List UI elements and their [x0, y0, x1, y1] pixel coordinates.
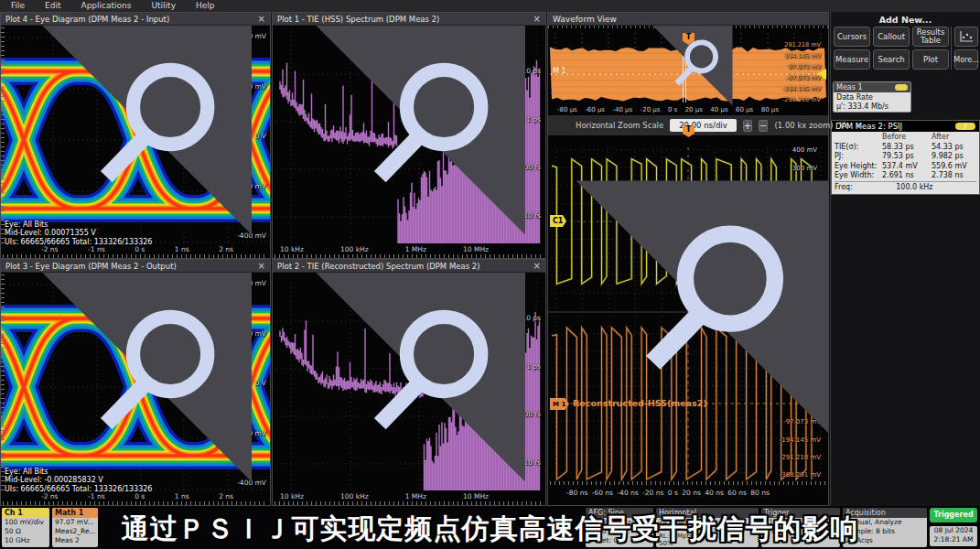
table-row: TIE(σ):58.33 ps54.33 ps — [835, 143, 976, 153]
plot2-header[interactable]: Plot 2 - TIE (Reconstructed) Spectrum (D… — [273, 260, 545, 273]
subtitle-overlay: 通过ＰＳＩＪ可实现定频点仿真高速信号受干扰信号的影响 — [122, 511, 859, 548]
table-row: Eye Height:537.4 mV559.6 mV — [835, 162, 976, 172]
setting-line: Meas2_Re... — [55, 527, 95, 536]
ch1-badge[interactable]: Ch 1 100 mV/div50 Ω10 GHz — [2, 508, 49, 547]
button-divider — [951, 27, 952, 70]
math1-badge[interactable]: Math 1 97.07 mV...Meas2_Re...Meas 2 — [52, 508, 98, 547]
add-new-button[interactable]: Plot — [912, 49, 949, 70]
ch1-settings: 100 mV/div50 Ω10 GHz — [2, 518, 49, 544]
plot4-canvas[interactable]: 400 mV200 mV0 V-200 mV-400 mV -2 ns-1 ns… — [1, 26, 270, 258]
freq-value: 100.0 kHz — [853, 182, 976, 192]
setting-line: 10 GHz — [5, 536, 47, 545]
add-new-button[interactable]: Results Table — [912, 27, 949, 47]
meas1-badge[interactable]: Meas 1 Data Rate µ': 333.4 Mb/s — [833, 81, 911, 113]
waveform-zoom-detail[interactable]: C1 M 1 Reconstructed-HSS(meas2) 400 mV30… — [548, 136, 828, 505]
col-after: After — [932, 133, 978, 143]
close-icon[interactable]: × — [258, 262, 265, 271]
menu-item[interactable]: Edit — [45, 0, 60, 12]
plot3-header[interactable]: Plot 3 - Eye Diagram (DPM Meas 2 - Outpu… — [1, 260, 270, 273]
more-button[interactable]: More... — [954, 49, 978, 70]
table-row: Eye Width:2.691 ns2.738 ns — [835, 171, 976, 181]
waveform-overview[interactable]: T M 1 291.218 mV194.145 mV97.073 mV-97.0… — [548, 26, 828, 114]
close-icon[interactable]: × — [258, 15, 265, 24]
zoom-scale-value[interactable]: 20.00 ns/div — [670, 119, 737, 132]
meas1-active-pill — [895, 84, 908, 91]
zoom-in-button[interactable]: + — [743, 120, 752, 132]
oscilloscope-screen: FileEditApplicationsUtilityHelp Plot 4 -… — [0, 0, 980, 549]
time-label: 2:18:21 AM — [930, 535, 977, 544]
meas1-line2: µ': 333.4 Mb/s — [836, 102, 908, 112]
zoom-corner-icon[interactable] — [548, 136, 828, 505]
plot2-spectrum-panel: Plot 2 - TIE (Reconstructed) Spectrum (D… — [272, 259, 546, 506]
results-sidebar: Add New... CursorsCalloutResults TableMe… — [830, 12, 980, 506]
add-new-button[interactable]: Measure — [834, 49, 870, 70]
zoom-readout: (1.00 kx zoom) — [774, 121, 833, 130]
plot1-spectrum-panel: Plot 1 - TIE (HSS) Spectrum (DPM Meas 2)… — [272, 12, 546, 259]
date-label: 08 Jul 2024 — [930, 526, 977, 535]
plot2-title: Plot 2 - TIE (Reconstructed) Spectrum (D… — [277, 262, 480, 271]
freq-label: Freq: — [835, 182, 853, 192]
plot4-header[interactable]: Plot 4 - Eye Diagram (DPM Meas 2 - Input… — [1, 13, 270, 26]
triggered-indicator[interactable]: Triggered — [930, 508, 977, 522]
plot2-canvas[interactable]: 10 ps1 ps100 fs10 fs 10 kHz100 kHz1 MHz1… — [273, 273, 545, 505]
plot4-eye-diagram-panel: Plot 4 - Eye Diagram (DPM Meas 2 - Input… — [0, 12, 271, 259]
datetime-box: 08 Jul 2024 2:18:21 AM — [930, 526, 977, 546]
zoom-corner-icon[interactable] — [273, 26, 545, 258]
add-new-buttons: CursorsCalloutResults TableMeasureSearch… — [834, 27, 949, 70]
meas1-line1: Data Rate — [836, 93, 908, 102]
dpm-page-pill[interactable]: / — [955, 123, 975, 130]
waveform-view-panel: Waveform View T M 1 291.218 mV194.145 mV… — [547, 12, 829, 506]
menu-item[interactable]: Applications — [81, 0, 132, 12]
menu-bar: FileEditApplicationsUtilityHelp — [0, 0, 980, 12]
math1-name: Math 1 — [52, 508, 98, 518]
add-new-button[interactable]: Search — [873, 49, 910, 70]
scatter-plot-icon — [959, 30, 974, 43]
ch1-name: Ch 1 — [2, 508, 49, 518]
waveform-view-title: Waveform View — [553, 15, 617, 24]
col-before: Before — [882, 133, 932, 143]
close-icon[interactable]: × — [533, 15, 541, 24]
zoom-out-button[interactable]: − — [759, 120, 768, 132]
dpm-results-table[interactable]: DPM Meas 2: PSIJ / BeforeAfter TIE(σ):58… — [831, 120, 980, 195]
plot4-title: Plot 4 - Eye Diagram (DPM Meas 2 - Input… — [5, 15, 169, 24]
add-new-button[interactable]: Callout — [873, 27, 910, 47]
setting-line: 50 Ω — [5, 527, 47, 536]
plot-icon-button[interactable] — [954, 27, 978, 47]
plot3-title: Plot 3 - Eye Diagram (DPM Meas 2 - Outpu… — [5, 262, 177, 271]
waveform-view-header[interactable]: Waveform View — [548, 13, 828, 26]
table-row: PJ:79.53 ps9.982 ps — [835, 152, 976, 162]
math1-settings: 97.07 mV...Meas2_Re...Meas 2 — [52, 518, 98, 544]
plot1-header[interactable]: Plot 1 - TIE (HSS) Spectrum (DPM Meas 2)… — [273, 13, 545, 26]
freq-row: Freq:100.0 kHz — [835, 181, 976, 192]
close-icon[interactable]: × — [855, 121, 861, 130]
meas1-name: Meas 1 — [836, 83, 863, 92]
menu-item[interactable]: Help — [196, 0, 215, 12]
close-icon[interactable]: × — [533, 262, 541, 271]
plot3-canvas[interactable]: 400 mV200 mV0 V-200 mV-400 mV -2 ns-1 ns… — [1, 273, 270, 505]
menu-item[interactable]: File — [11, 0, 25, 12]
setting-line: 97.07 mV... — [55, 518, 95, 527]
plot3-eye-diagram-panel: Plot 3 - Eye Diagram (DPM Meas 2 - Outpu… — [0, 259, 271, 506]
zoom-corner-icon[interactable] — [273, 273, 545, 505]
plot1-canvas[interactable]: 10 ps1 ps100 fs10 fs 10 kHz100 kHz1 MHz1… — [273, 26, 545, 258]
zoom-corner-icon[interactable] — [1, 273, 270, 505]
setting-line: 100 mV/div — [5, 518, 47, 527]
zoom-corner-icon[interactable] — [1, 26, 270, 258]
vertical-label[interactable]: Ve — [840, 121, 849, 130]
add-new-button[interactable]: Cursors — [834, 27, 870, 47]
add-new-label: Add New... — [831, 15, 980, 25]
plot1-title: Plot 1 - TIE (HSS) Spectrum (DPM Meas 2) — [277, 15, 439, 24]
zoom-scale-label: Horizontal Zoom Scale — [576, 121, 663, 130]
menu-item[interactable]: Utility — [151, 0, 175, 12]
setting-line: Meas 2 — [55, 536, 95, 545]
